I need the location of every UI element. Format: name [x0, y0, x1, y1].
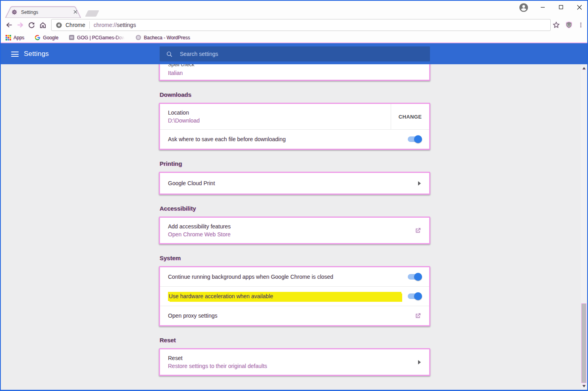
settings-content: Spell check Italian Downloads Location D…: [1, 64, 587, 390]
menu-dots-icon: [578, 22, 584, 28]
minimize-button[interactable]: [536, 1, 549, 13]
reset-row[interactable]: Reset Restore settings to their original…: [160, 349, 429, 375]
section-heading-downloads: Downloads: [160, 91, 430, 98]
background-apps-toggle[interactable]: [408, 274, 421, 280]
google-cloud-print-label: Google Cloud Print: [168, 180, 411, 186]
open-proxy-settings-label: Open proxy settings: [168, 312, 408, 319]
subpage-arrow-icon: [418, 181, 421, 186]
change-location-button[interactable]: CHANGE: [399, 114, 422, 120]
browser-menu-button[interactable]: [576, 20, 586, 30]
scroll-down-icon: [582, 385, 586, 387]
section-heading-printing: Printing: [160, 160, 430, 167]
downloads-card: Location D:\Download CHANGE Ask where to…: [159, 103, 430, 150]
search-input[interactable]: [180, 51, 378, 57]
location-path-value: D:\Download: [168, 117, 391, 124]
system-card: Continue running background apps when Go…: [159, 266, 430, 326]
new-tab-button[interactable]: [85, 10, 99, 17]
tab-title: Settings: [21, 10, 38, 15]
ask-where-to-save-label: Ask where to save each file before downl…: [168, 136, 401, 142]
bookmarks-bar: Apps Google GOG | PCGames-Dow Bacheca: [1, 33, 587, 42]
ask-where-to-save-row: Ask where to save each file before downl…: [160, 130, 429, 149]
shield-icon: [565, 21, 573, 29]
gog-favicon: [69, 34, 75, 40]
address-bar[interactable]: Chrome chrome://settings: [51, 19, 551, 31]
back-icon: [5, 21, 13, 29]
settings-title: Settings: [24, 50, 49, 58]
reset-sublabel: Restore settings to their original defau…: [168, 363, 411, 369]
bookmark-star-button[interactable]: [551, 20, 561, 30]
location-label: Location: [168, 109, 391, 116]
section-heading-system: System: [160, 255, 430, 261]
google-cloud-print-row[interactable]: Google Cloud Print: [160, 173, 429, 194]
reload-button[interactable]: [26, 20, 37, 30]
spell-check-language-value: Italian: [168, 70, 421, 76]
url-text: chrome://settings: [94, 22, 136, 28]
window-close-icon: [577, 5, 582, 10]
hamburger-menu-icon[interactable]: [11, 52, 19, 57]
bookmark-apps[interactable]: Apps: [6, 35, 24, 40]
add-accessibility-features-row[interactable]: Add accessibility features Open Chrome W…: [160, 218, 429, 243]
omnibox-divider: [89, 21, 90, 29]
hardware-acceleration-label: Use hardware acceleration when available: [168, 292, 401, 301]
forward-button[interactable]: [15, 20, 25, 30]
forward-icon: [16, 21, 24, 29]
external-link-icon: [414, 227, 421, 234]
profile-icon[interactable]: [519, 2, 529, 13]
back-button[interactable]: [4, 20, 14, 30]
background-apps-row: Continue running background apps when Go…: [160, 267, 429, 286]
spell-check-label: Spell check: [168, 64, 421, 67]
scrollbar-up-button[interactable]: [581, 65, 587, 71]
bookmark-label: GOG | PCGames-Dow: [77, 35, 125, 40]
window-close-button[interactable]: [573, 1, 586, 13]
maximize-icon: [559, 5, 563, 10]
url-host: settings: [117, 22, 136, 28]
chrome-logo-icon: [56, 22, 62, 29]
apps-grid-icon: [6, 35, 11, 40]
url-scheme: chrome://: [94, 22, 117, 28]
scrollbar-thumb[interactable]: [581, 303, 586, 383]
bookmark-label: Apps: [13, 35, 24, 40]
tab-settings[interactable]: Settings: [4, 6, 83, 18]
search-field[interactable]: [160, 46, 430, 61]
scroll-up-icon: [582, 67, 586, 69]
ublock-extension-icon[interactable]: [564, 20, 574, 30]
printing-card: Google Cloud Print: [159, 172, 430, 195]
site-chip-label: Chrome: [66, 22, 85, 28]
home-icon: [39, 21, 47, 29]
reload-icon: [28, 21, 35, 29]
reset-label: Reset: [168, 355, 411, 361]
spell-check-card: Spell check Italian: [159, 64, 430, 81]
chevron-down-icon[interactable]: [417, 64, 423, 65]
hardware-acceleration-toggle[interactable]: [408, 293, 421, 299]
bookmark-label: Bacheca - WordPress: [144, 35, 190, 40]
settings-header: Settings: [1, 42, 587, 64]
bookmark-bacheca-wordpress[interactable]: Bacheca - WordPress: [135, 34, 190, 40]
open-chrome-web-store-label: Open Chrome Web Store: [168, 231, 408, 238]
bookmark-google[interactable]: Google: [35, 34, 58, 40]
reset-card: Reset Restore settings to their original…: [159, 348, 430, 376]
add-accessibility-features-label: Add accessibility features: [168, 223, 408, 230]
bookmark-star-icon: [552, 21, 560, 29]
ask-where-to-save-toggle[interactable]: [408, 136, 421, 142]
section-heading-reset: Reset: [160, 337, 430, 343]
wordpress-favicon: [135, 34, 141, 40]
open-proxy-settings-row[interactable]: Open proxy settings: [160, 306, 429, 325]
scrollbar[interactable]: [581, 64, 587, 390]
title-bar: Settings: [1, 1, 587, 18]
maximize-button[interactable]: [554, 1, 568, 13]
background-apps-label: Continue running background apps when Go…: [168, 274, 401, 280]
accessibility-card: Add accessibility features Open Chrome W…: [159, 217, 430, 244]
section-heading-accessibility: Accessibility: [160, 205, 430, 212]
scrollbar-down-button[interactable]: [581, 383, 587, 389]
external-link-icon: [414, 312, 421, 319]
gear-icon: [12, 9, 17, 15]
bookmark-label: Google: [43, 35, 58, 40]
hardware-acceleration-row: Use hardware acceleration when available: [160, 287, 429, 306]
google-g-icon: [35, 34, 40, 40]
home-button[interactable]: [38, 20, 48, 30]
bookmark-gog[interactable]: GOG | PCGames-Dow: [69, 34, 125, 40]
tab-close-icon[interactable]: [73, 10, 78, 14]
subpage-arrow-icon: [418, 360, 421, 365]
site-chip[interactable]: Chrome: [56, 22, 85, 29]
browser-window: Settings: [0, 0, 588, 391]
